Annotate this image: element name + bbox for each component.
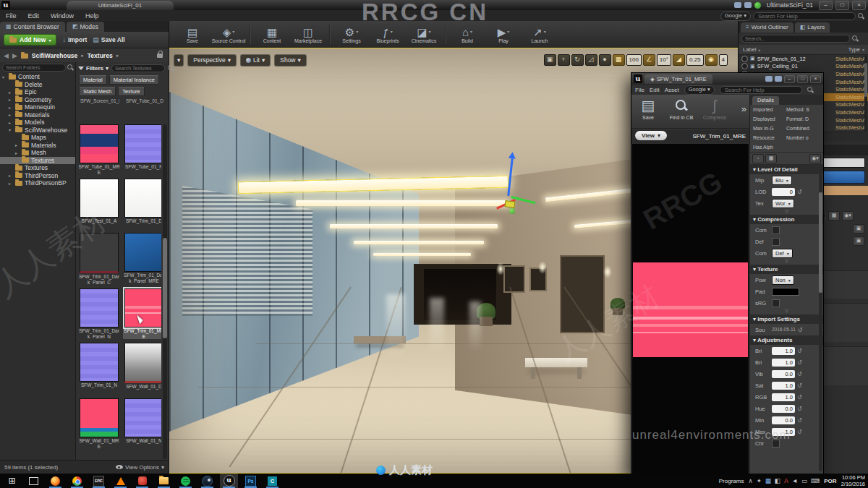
tree-item-thirdperson[interactable]: ▸ ThirdPerson bbox=[0, 172, 75, 180]
forward-arrow-icon[interactable]: ▶ bbox=[12, 52, 17, 59]
asset-sfw-tube-01-mre[interactable]: SFW_Tube_01_MRE bbox=[78, 124, 120, 175]
taskbar-unreal-engine-icon[interactable]: u bbox=[220, 474, 238, 488]
world-space-toggle-button[interactable]: ● bbox=[599, 54, 611, 66]
refresh-icon[interactable]: ↺ bbox=[798, 327, 803, 333]
tree-item-materials[interactable]: ▸ Materials bbox=[0, 142, 75, 150]
toolbar-play-button[interactable]: ▶▾ Play bbox=[485, 25, 522, 43]
section-import-settings[interactable]: ▾ Import Settings bbox=[750, 314, 823, 324]
reset-icon[interactable]: ↺ bbox=[797, 382, 802, 389]
tree-item-maps[interactable]: Maps bbox=[0, 134, 75, 142]
clock[interactable]: 10:06 PM 2/10/2016 bbox=[841, 474, 865, 487]
filter-chip-material[interactable]: Material bbox=[79, 75, 107, 85]
dropdown-com[interactable]: Def▾ bbox=[772, 249, 793, 258]
asset-sfw-trim-01-dark-panel-mre[interactable]: SFW_Trim_01_Dark_Panel_MRE bbox=[123, 233, 161, 285]
asset-sfw-trim-01-d[interactable]: SFW_Trim_01_D bbox=[123, 179, 161, 229]
toolbar-launch-button[interactable]: ↗▾ Launch bbox=[522, 25, 558, 43]
toolbar-cinematics-button[interactable]: ◪▾ Cinematics bbox=[406, 25, 442, 43]
tab-content-browser[interactable]: ▦Content Browser bbox=[0, 22, 65, 32]
tab-modes[interactable]: ◩Modes bbox=[67, 22, 104, 32]
save-all-button[interactable]: ▤Save All bbox=[93, 36, 124, 43]
feedback-bubble-icon[interactable] bbox=[734, 2, 741, 8]
tree-item-thirdpersonbp[interactable]: ▸ ThirdPersonBP bbox=[0, 179, 75, 187]
asset-sfw-wall-01-d[interactable]: SFW_Wall_01_D bbox=[123, 343, 161, 395]
tray-chevron-up-icon[interactable]: ∧ bbox=[748, 477, 752, 484]
field-hue[interactable]: 0.0 bbox=[772, 405, 795, 413]
column-label[interactable]: Label bbox=[743, 46, 756, 53]
add-new-button[interactable]: Add New▾ bbox=[4, 34, 56, 46]
section-level-of-detail[interactable]: ▾ Level Of Detail bbox=[750, 165, 823, 174]
view-dropdown-button[interactable]: View ▾ bbox=[635, 131, 667, 140]
taskbar-file-explorer-icon[interactable] bbox=[155, 474, 173, 488]
dropdown-mip[interactable]: Blu▾ bbox=[772, 176, 792, 185]
column-type[interactable]: Type bbox=[848, 46, 860, 53]
tray-sync-icon[interactable]: ✦ bbox=[757, 477, 762, 484]
select-tool-button[interactable]: ▣ bbox=[544, 54, 556, 66]
field-bri[interactable]: 1.0 bbox=[772, 359, 795, 367]
tray-keyboard-icon[interactable]: ⌨ bbox=[811, 477, 820, 484]
outliner-search-input[interactable] bbox=[741, 35, 850, 43]
search-engine-dropdown[interactable]: Google ▾ bbox=[720, 12, 751, 21]
show-button[interactable]: Show ▾ bbox=[274, 54, 307, 67]
asset-sfw-wall-01-n[interactable]: SFW_Wall_01_N bbox=[123, 398, 161, 449]
chevron-right-icon[interactable]: ▸ bbox=[15, 142, 20, 147]
asset-label[interactable]: SFW_Screen_01_Projector_Emissive bbox=[80, 98, 119, 116]
asset-sfw-trim-01-dark-panel-n[interactable]: SFW_Trim_01_Dark_Panel_N bbox=[78, 288, 120, 339]
chevron-right-icon[interactable]: ▸ bbox=[15, 150, 20, 155]
breadcrumb-item[interactable]: ScifiWarehouse bbox=[32, 52, 77, 59]
search-folders-input[interactable] bbox=[2, 64, 66, 72]
import-button[interactable]: ↓Import bbox=[62, 36, 87, 43]
menu-file[interactable]: File bbox=[635, 87, 644, 93]
feedback-bubble-icon[interactable] bbox=[775, 76, 782, 82]
minimize-button[interactable]: – bbox=[784, 75, 795, 83]
close-button[interactable]: × bbox=[810, 75, 821, 83]
asset-label[interactable]: SFW_Tube_01_D bbox=[125, 98, 164, 116]
tree-item-materials[interactable]: ▸ Materials bbox=[0, 111, 75, 119]
eye-filter-icon[interactable]: ◉▾ bbox=[809, 154, 821, 163]
viewport-options-button[interactable]: ▾ bbox=[174, 54, 184, 67]
camera-speed-value[interactable]: 4 bbox=[719, 54, 728, 66]
visibility-eye-icon[interactable] bbox=[741, 56, 748, 62]
field-max[interactable]: 1.0 bbox=[772, 428, 795, 436]
asset-sfw-tube-01-n[interactable]: SFW_Tube_01_N bbox=[123, 124, 161, 175]
scale-tool-button[interactable]: ◿ bbox=[585, 54, 597, 66]
grid-view-icon[interactable]: ▦ bbox=[765, 154, 777, 163]
breadcrumb-item[interactable]: Textures bbox=[88, 52, 113, 59]
field-lod[interactable]: 0 bbox=[772, 188, 795, 196]
reset-icon[interactable]: ↺ bbox=[797, 429, 802, 435]
tree-item-delete[interactable]: Delete bbox=[0, 81, 75, 89]
tray-volume-icon[interactable]: ◄ bbox=[792, 477, 798, 484]
taskbar-task-view-icon[interactable] bbox=[25, 474, 43, 488]
filter-chip-material-instance[interactable]: Material Instance bbox=[109, 75, 159, 85]
grid-snap-toggle-value[interactable]: 100 bbox=[626, 54, 642, 66]
programs-label[interactable]: Programs bbox=[719, 478, 744, 484]
taskbar-photoshop-icon[interactable]: Ps bbox=[242, 474, 260, 488]
checkbox-def[interactable] bbox=[772, 238, 780, 246]
dropdown-tex[interactable]: Wor▾ bbox=[772, 199, 794, 208]
chevron-right-icon[interactable]: ▸ bbox=[9, 173, 13, 178]
tree-item-mannequin[interactable]: ▸ Mannequin bbox=[0, 103, 75, 111]
texture-editor-tab[interactable]: ◈SFW_Trim_01_MRE bbox=[644, 74, 712, 84]
rotation-snap-toggle-button[interactable]: ∠ bbox=[643, 54, 655, 66]
lock-icon[interactable]: ▣ bbox=[853, 236, 864, 246]
texteditor-find-in-cb-button[interactable]: Find in CB bbox=[665, 95, 698, 128]
taskbar-firefox-icon[interactable] bbox=[46, 474, 64, 488]
chevron-right-icon[interactable]: ▸ bbox=[9, 181, 13, 186]
tab-world-outliner[interactable]: ≡World Outliner bbox=[741, 22, 793, 33]
chevron-right-icon[interactable]: ▸ bbox=[9, 112, 13, 117]
outliner-scrollbar[interactable] bbox=[864, 56, 867, 131]
menu-file[interactable]: File bbox=[6, 12, 17, 20]
camera-speed-button[interactable]: ◉ bbox=[705, 54, 718, 66]
search-assets-input[interactable] bbox=[111, 64, 165, 72]
section-adjustments[interactable]: ▾ Adjustments bbox=[750, 335, 823, 345]
menu-asset[interactable]: Asset bbox=[665, 87, 679, 93]
texture-details-tab[interactable]: Details bbox=[750, 95, 823, 105]
tree-item-textures[interactable]: Textures bbox=[0, 157, 75, 165]
close-button[interactable]: × bbox=[852, 1, 866, 10]
section-texture[interactable]: ▾ Texture bbox=[750, 265, 823, 274]
help-search-input[interactable] bbox=[753, 12, 856, 20]
taskbar-vlc-icon[interactable] bbox=[111, 474, 129, 488]
minimize-button[interactable]: – bbox=[819, 1, 833, 10]
color-field-pad[interactable] bbox=[772, 288, 799, 296]
gizmo-z-axis[interactable] bbox=[507, 158, 513, 196]
taskbar-chrome-icon[interactable] bbox=[68, 474, 86, 488]
